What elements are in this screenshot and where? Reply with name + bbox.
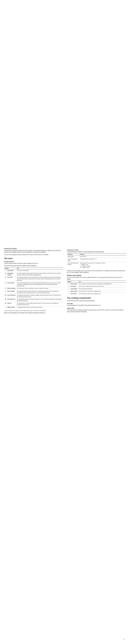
btn-row-4: + Plus button Use this button to increas… — [67, 292, 126, 295]
oven-footnote: * Type of heating used to determine the … — [4, 310, 63, 312]
residual-heat-para2: You can save energy by using the residua… — [4, 254, 63, 256]
setting-use-0: The oven is switched off. — [16, 269, 63, 272]
btn-row-2: △ Timer button This is used to set the t… — [67, 288, 126, 290]
setting-name-2: 3D hot air* — [7, 276, 16, 282]
steam-outlet-text: The hot air from the cooking compartment… — [67, 309, 126, 312]
setting-name-8: Defrost — [7, 302, 16, 306]
btn-icon-0: 🕐 — [67, 282, 70, 285]
setting-use-1: For cakes, batters and lean joints of me… — [16, 272, 63, 276]
setting-icon-0: ○ — [4, 269, 7, 272]
oven-closing-note: When you make settings, the oven light i… — [4, 312, 63, 314]
buttons-display-title: Buttons and display — [67, 274, 126, 276]
setting-name-7: Grill, large area — [7, 298, 16, 302]
settings-row-3: △ Pizza setting For the quick preparatio… — [4, 282, 63, 287]
setting-icon-3: △ — [4, 282, 7, 287]
settings-row-8: ❄ Defrost For defrosting, e.g. meat, pou… — [4, 302, 63, 306]
left-column: Residual heat indicator The hob has a re… — [4, 248, 63, 314]
btn-name-3: Minus button — [70, 290, 78, 292]
temp-position-2: ●, ●●, ●●●, ●●●● Grill settings — [67, 262, 79, 269]
btn-icon-1: ◁ — [67, 285, 70, 288]
btn-icon-3: − — [67, 290, 70, 292]
temp-position-1: 50-300 Temperature range — [67, 258, 79, 262]
temp-row-1: 50-300 Temperature range The temperature… — [67, 258, 126, 262]
temp-position-0: Zero position — [67, 255, 79, 258]
settings-row-9: ⚡ Rapid heating For rapid preheating of … — [4, 306, 63, 309]
btn-row-3: − Minus button Use this button to decrea… — [67, 290, 126, 292]
settings-row-6: ⊟ Grill, small area For grilling small a… — [4, 294, 63, 298]
btn-name-0: Clock button — [70, 282, 78, 285]
setting-icon-7: ⊞ — [4, 298, 7, 302]
btn-use-0: This is used to set the Clock, H● Oven c… — [78, 282, 126, 285]
setting-name-1: Fan/bottom heating — [7, 272, 16, 276]
settings-row-0: ○ Off position The oven is switched off. — [4, 269, 63, 272]
temp-col2-header: Function — [79, 254, 126, 255]
setting-use-6: For grilling small amounts of steaks, sa… — [16, 294, 63, 298]
temperature-selector-title: Temperature selector — [67, 249, 126, 251]
residual-heat-para1: The hob has a residual heat indicator fo… — [4, 250, 63, 253]
setting-name-6: Grill, small area — [7, 294, 16, 298]
btn-use-4: Use this button to increase the setting … — [78, 292, 126, 295]
btn-use-1: This is used to switch the child-proof l… — [78, 285, 126, 288]
temp-function-0: Oven not hot. — [79, 255, 126, 258]
setting-icon-9: ⚡ — [4, 306, 7, 309]
btn-name-4: Plus button — [70, 292, 78, 295]
settings-row-2: ✦ 3D hot air* For cakes and pastries on … — [4, 276, 63, 282]
btn-use-2: This is used to set the timer. — [78, 288, 126, 290]
temp-function-1: The temperature is specified in °C. — [79, 258, 126, 262]
btn-name-1: Key button — [70, 285, 78, 288]
settings-col2-header: Use — [16, 267, 63, 269]
setting-icon-1: ⊡ — [4, 272, 7, 276]
steam-outlet-title: Steam outlet — [67, 308, 126, 309]
setting-use-4: For browning or bottom browning. The hea… — [16, 287, 63, 290]
cooking-compartment-title: The cooking compartment — [67, 297, 126, 299]
btn-use-3: Use this button to decrease the setting … — [78, 290, 126, 292]
function-selector-note: You can turn the function selector clock… — [4, 265, 63, 266]
setting-name-3: Pizza setting — [7, 282, 16, 287]
settings-row-5: ≡ Hot air grilling For roasting meat, po… — [4, 290, 63, 294]
settings-row-1: ⊡ Fan/bottom heating For cakes, batters … — [4, 272, 63, 276]
setting-icon-4: ▽ — [4, 287, 7, 290]
temp-col1-header: Positions — [67, 254, 79, 255]
setting-icon-5: ≡ — [4, 290, 7, 294]
setting-use-7: For grilling large amounts of bread and … — [16, 298, 63, 302]
btn-icon-4: + — [67, 292, 70, 295]
buttons-display-section: Buttons and display You can use the butt… — [67, 274, 126, 295]
buttons-display-intro: You can use the buttons to set various a… — [67, 276, 126, 280]
setting-icon-8: ❄ — [4, 302, 7, 306]
setting-name-9: Rapid heating — [7, 306, 16, 309]
temp-row-2: ●, ●●, ●●●, ●●●● Grill settings Grill se… — [67, 262, 126, 269]
setting-name-4: Bottom heating — [7, 287, 16, 290]
two-column-layout: Residual heat indicator The hob has a re… — [4, 248, 126, 314]
settings-table: Setting Use ○ Off position The oven is s… — [4, 267, 63, 309]
residual-heat-section: Residual heat indicator The hob has a re… — [4, 248, 63, 256]
setting-icon-2: ✦ — [4, 276, 7, 282]
btn-icon-2: △ — [67, 288, 70, 290]
buttons-col1-header: Button — [67, 281, 78, 282]
btn-row-1: ◁ Key button This is used to switch the … — [67, 285, 126, 288]
settings-col1-header: Setting — [4, 267, 16, 269]
setting-use-2: For cakes and pastries on one to three l… — [16, 276, 63, 282]
oven-title: The oven — [4, 257, 63, 260]
page-number: 79 — [123, 638, 124, 640]
setting-icon-6: ⊟ — [4, 294, 7, 298]
setting-use-5: For roasting meat, poultry and whole fis… — [16, 290, 63, 294]
oven-light-title: Oven light — [67, 303, 126, 304]
btn-name-2: Timer button — [70, 288, 78, 290]
setting-use-3: For the quick preparation of frozen prod… — [16, 282, 63, 287]
settings-row-4: ▽ Bottom heating For browning or bottom … — [4, 287, 63, 290]
temp-row-0: Zero position Oven not hot. — [67, 255, 126, 258]
temperature-table: Positions Function Zero position Oven no… — [67, 253, 126, 269]
temperature-note: When the oven is heating up, the control… — [67, 270, 126, 273]
temperature-selector-section: Temperature selector Use the temperature… — [67, 249, 126, 273]
cooking-compartment-intro: You can heat up food in various cooking … — [67, 300, 126, 302]
buttons-col2-header: Use — [78, 281, 126, 282]
right-column: Temperature selector Use the temperature… — [67, 248, 126, 314]
setting-name-0: Off position — [7, 269, 16, 272]
setting-use-9: For rapid preheating of the oven without… — [16, 306, 63, 309]
function-selector-text: Use the function selector to select the … — [4, 262, 63, 264]
oven-light-text: During operation, the oven light in the … — [67, 304, 126, 306]
settings-row-7: ⊞ Grill, large area For grilling large a… — [4, 298, 63, 302]
temp-function-2: Grill settings for the grill, small □ an… — [79, 262, 126, 269]
setting-name-5: Hot air grilling — [7, 290, 16, 294]
cooking-compartment-section: The cooking compartment You can heat up … — [67, 297, 126, 312]
